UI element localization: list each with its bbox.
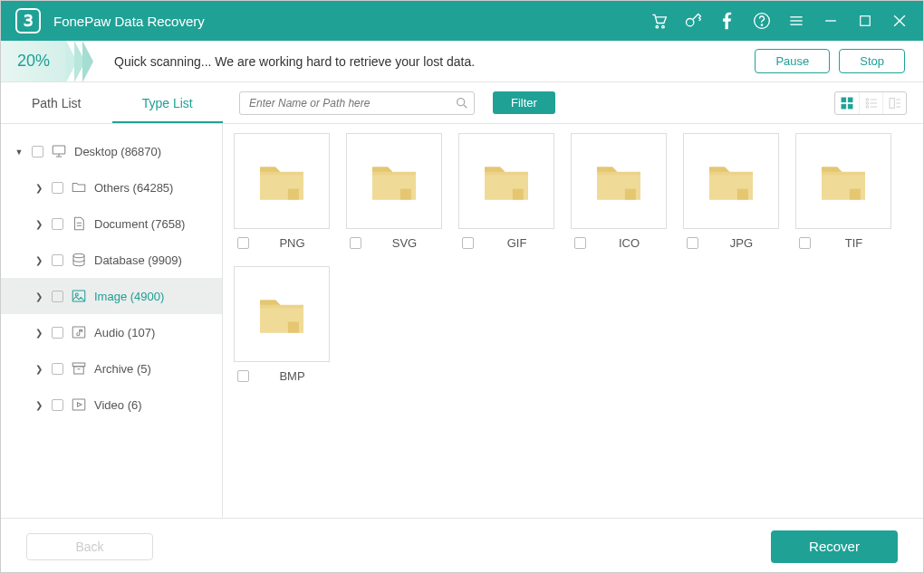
folder-label: GIF (479, 236, 554, 250)
bottom-bar: Back Recover (1, 518, 923, 573)
folder-label: BMP (255, 369, 330, 383)
maximize-icon[interactable] (856, 12, 874, 30)
checkbox[interactable] (687, 237, 698, 249)
tree-item-video[interactable]: Video (6) (1, 387, 222, 423)
tab-path-list[interactable]: Path List (1, 82, 112, 123)
folder-label: ICO (592, 236, 667, 250)
tree-item-image[interactable]: Image (4900) (1, 278, 222, 314)
folder-icon (818, 159, 869, 203)
checkbox[interactable] (52, 327, 63, 339)
checkbox[interactable] (52, 363, 63, 375)
folder-thumb[interactable] (795, 133, 891, 229)
checkbox[interactable] (574, 237, 586, 249)
folder-icon (706, 159, 756, 203)
folder-item[interactable]: BMP (234, 266, 330, 383)
svg-line-13 (464, 105, 467, 108)
checkbox[interactable] (237, 237, 249, 249)
checkbox[interactable] (52, 218, 63, 230)
checkbox[interactable] (52, 254, 63, 266)
tree-item-audio[interactable]: Audio (107) (1, 314, 222, 350)
svg-rect-17 (848, 104, 852, 109)
help-icon[interactable] (753, 12, 771, 30)
close-icon[interactable] (890, 12, 909, 30)
tree-item-document[interactable]: Document (7658) (1, 205, 222, 242)
svg-rect-36 (72, 327, 85, 338)
chevron-right-icon[interactable] (34, 182, 44, 193)
svg-rect-38 (74, 367, 84, 374)
folder-thumb[interactable] (234, 133, 330, 229)
titlebar: Ɛ FonePaw Data Recovery (1, 1, 923, 41)
folder-icon (593, 159, 644, 203)
folder-item[interactable]: TIF (795, 133, 891, 250)
checkbox[interactable] (52, 182, 63, 194)
folder-item[interactable]: GIF (458, 133, 554, 250)
sidebar: Desktop (86870) Others (64285) Document … (1, 124, 223, 518)
search-input[interactable] (239, 91, 475, 115)
folder-icon (256, 159, 307, 203)
recover-button[interactable]: Recover (771, 530, 898, 563)
folder-item[interactable]: JPG (683, 133, 779, 250)
checkbox[interactable] (52, 291, 63, 302)
chevron-right-icon[interactable] (34, 218, 44, 229)
filter-bar: Path List Type List Filter (1, 82, 923, 124)
progress-chevrons-icon (66, 41, 91, 81)
stop-button[interactable]: Stop (839, 49, 905, 73)
content-area: PNG SVG GIF ICO JPG (223, 124, 923, 518)
folder-thumb[interactable] (234, 266, 330, 362)
svg-rect-14 (842, 98, 846, 102)
folder-item[interactable]: ICO (571, 133, 667, 250)
chevron-right-icon[interactable] (34, 291, 44, 301)
tree-label: Archive (5) (94, 362, 151, 376)
document-icon (71, 215, 87, 232)
svg-point-20 (866, 101, 869, 104)
tree-label: Image (4900) (94, 290, 164, 303)
filter-button[interactable]: Filter (493, 91, 555, 114)
cart-icon[interactable] (650, 12, 668, 30)
checkbox[interactable] (462, 237, 474, 249)
folder-label: JPG (704, 236, 779, 250)
menu-icon[interactable] (787, 12, 805, 30)
folder-label: TIF (816, 236, 891, 250)
folder-item[interactable]: PNG (234, 133, 330, 250)
svg-rect-24 (890, 98, 894, 108)
desktop-icon (51, 143, 67, 159)
tab-type-list[interactable]: Type List (112, 82, 224, 123)
tree-item-desktop[interactable]: Desktop (86870) (1, 133, 222, 169)
chevron-right-icon[interactable] (34, 327, 44, 338)
checkbox[interactable] (350, 237, 361, 249)
chevron-right-icon[interactable] (34, 399, 44, 410)
tree-item-archive[interactable]: Archive (5) (1, 350, 222, 387)
tree-item-database[interactable]: Database (9909) (1, 242, 222, 278)
chevron-down-icon[interactable] (14, 146, 24, 157)
chevron-right-icon[interactable] (34, 254, 44, 265)
checkbox[interactable] (32, 146, 43, 158)
folder-thumb[interactable] (571, 133, 667, 229)
back-button[interactable]: Back (26, 533, 153, 560)
svg-rect-15 (848, 98, 852, 102)
view-detail-icon[interactable] (882, 92, 906, 114)
folder-thumb[interactable] (346, 133, 442, 229)
checkbox[interactable] (52, 399, 63, 411)
pause-button[interactable]: Pause (755, 49, 830, 73)
tree-label: Audio (107) (94, 326, 155, 339)
search-icon[interactable] (455, 96, 469, 110)
progress-percent: 20% (1, 41, 66, 81)
checkbox[interactable] (799, 237, 811, 249)
tree-item-others[interactable]: Others (64285) (1, 169, 222, 205)
view-grid-icon[interactable] (835, 92, 859, 114)
minimize-icon[interactable] (822, 12, 840, 30)
status-message: Quick scanning... We are working hard to… (114, 54, 475, 69)
svg-point-18 (866, 98, 869, 100)
key-icon[interactable] (684, 12, 702, 30)
svg-rect-40 (72, 399, 85, 410)
archive-icon (71, 360, 87, 377)
view-list-icon[interactable] (859, 92, 882, 114)
folder-item[interactable]: SVG (346, 133, 442, 250)
facebook-icon[interactable] (718, 12, 736, 30)
svg-point-35 (75, 293, 78, 296)
tree-label: Document (7658) (94, 217, 185, 231)
folder-thumb[interactable] (683, 133, 779, 229)
folder-thumb[interactable] (458, 133, 554, 229)
chevron-right-icon[interactable] (34, 363, 44, 374)
checkbox[interactable] (237, 370, 249, 382)
